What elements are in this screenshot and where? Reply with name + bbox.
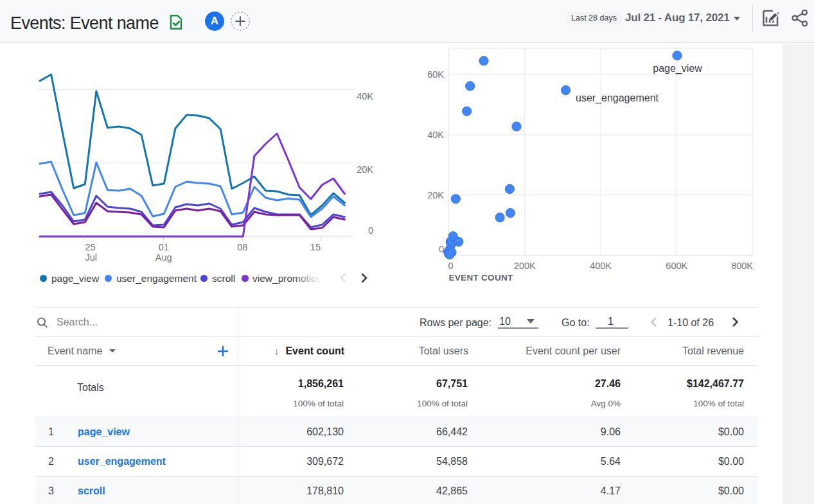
svg-text:0: 0 [368,225,373,236]
svg-text:800K: 800K [731,261,753,271]
svg-text:0: 0 [448,261,453,271]
svg-text:Aug: Aug [155,252,172,263]
svg-text:40K: 40K [427,130,444,140]
svg-text:400K: 400K [590,261,612,271]
svg-text:EVENT COUNT: EVENT COUNT [449,273,514,282]
svg-text:200K: 200K [514,261,536,271]
svg-text:08: 08 [237,242,247,252]
svg-text:20K: 20K [357,164,373,175]
svg-text:page_view: page_view [653,63,702,74]
svg-text:01: 01 [159,242,169,252]
svg-text:25: 25 [85,242,96,252]
svg-text:user_engagement: user_engagement [576,92,659,104]
svg-text:600K: 600K [666,261,687,271]
svg-text:20K: 20K [427,190,444,200]
svg-text:40K: 40K [357,91,373,101]
svg-text:60K: 60K [427,69,444,80]
svg-text:Jul: Jul [85,252,98,263]
svg-text:15: 15 [310,242,321,252]
svg-text:0: 0 [439,244,444,254]
